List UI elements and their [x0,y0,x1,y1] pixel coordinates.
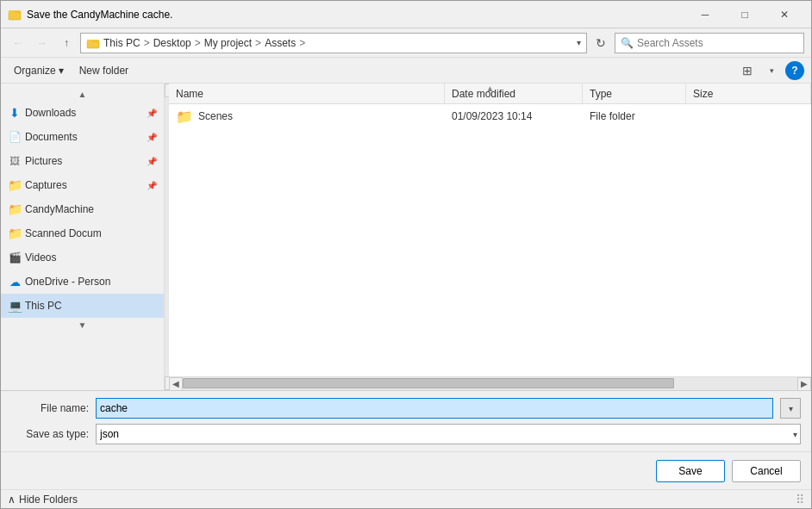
view-button[interactable]: ⊞ [737,60,758,81]
sidebar-item-thispc-label: This PC [25,300,62,312]
maximize-button[interactable]: □ [725,1,765,28]
dialog-title: Save the CandyMachine cache. [27,9,685,21]
sidebar-item-scanneddocs[interactable]: 📁 Scanned Docum [1,221,164,245]
filename-input[interactable] [96,398,773,419]
navigation-toolbar: ← → ↑ This PC > Desktop > My project > A… [1,28,811,58]
col-header-date[interactable]: Date modified [445,84,583,103]
breadcrumb-assets[interactable]: Assets [265,37,296,49]
hide-folders-chevron-icon: ∧ [8,493,16,506]
col-header-size[interactable]: Size [686,84,811,103]
close-button[interactable]: ✕ [765,1,804,28]
file-list-header: ▲ Name Date modified Type Size [169,84,811,104]
grid-view-icon: ⊞ [742,64,753,78]
sidebar-item-captures-label: Captures [25,179,67,191]
sidebar-item-pictures[interactable]: 🖼 Pictures 📌 [1,149,164,173]
h-scroll-track[interactable] [183,377,797,391]
save-button[interactable]: Save [656,460,725,482]
new-folder-button[interactable]: New folder [73,61,134,80]
breadcrumb-this-pc[interactable]: This PC [103,37,141,49]
hide-folders-label: Hide Folders [19,493,78,506]
resize-handle[interactable]: ⠿ [796,493,804,506]
organize-label: Organize [14,65,56,77]
forward-button[interactable]: → [32,33,53,53]
this-pc-icon: 💻 [8,299,22,313]
sidebar-item-videos-label: Videos [25,251,56,264]
sidebar-scroll-up[interactable]: ▲ [1,87,164,101]
h-scroll-left-btn[interactable]: ◀ [169,377,183,391]
bottom-buttons: Save Cancel [1,451,811,489]
search-box[interactable]: 🔍 [615,33,804,53]
sidebar-item-pictures-label: Pictures [25,155,62,167]
pin-icon-pictures: 📌 [147,157,157,166]
candymachine-icon: 📁 [8,202,22,216]
pin-icon-documents: 📌 [147,133,157,142]
svg-rect-2 [9,10,15,13]
saveastype-select-wrapper: json ▾ [96,424,801,444]
svg-rect-5 [87,40,92,42]
sidebar-item-videos[interactable]: 🎬 Videos [1,245,164,270]
table-row[interactable]: 📁 Scenes 01/09/2023 10:14 File folder [169,104,811,128]
h-scroll-thumb [183,378,674,388]
save-dialog: Save the CandyMachine cache. ─ □ ✕ ← → ↑… [0,0,812,509]
filename-dropdown-button[interactable]: ▾ [780,398,801,419]
address-bar[interactable]: This PC > Desktop > My project > Assets … [80,33,587,53]
captures-icon: 📁 [8,178,22,192]
sidebar: ▲ ⬇ Downloads 📌 📄 Documents 📌 🖼 Pictures [1,84,165,390]
svg-rect-4 [87,41,99,48]
sidebar-item-scanneddocs-label: Scanned Docum [25,227,102,239]
title-bar: Save the CandyMachine cache. ─ □ ✕ [1,1,811,28]
filename-row: File name: ▾ [11,398,801,419]
documents-icon: 📄 [8,130,22,144]
downloads-icon: ⬇ [8,106,22,120]
sidebar-item-downloads-label: Downloads [25,107,76,119]
sidebar-item-candymachine-label: CandyMachine [25,203,94,215]
sidebar-item-documents-label: Documents [25,131,78,143]
filename-label: File name: [11,402,89,414]
view-dropdown-button[interactable]: ▾ [761,60,782,81]
col-header-name[interactable]: Name [169,84,445,103]
pictures-icon: 🖼 [8,154,22,168]
horizontal-scrollbar: ◀ ▶ [169,376,811,390]
cancel-button[interactable]: Cancel [732,460,801,482]
bottom-footer: ∧ Hide Folders ⠿ [1,489,811,508]
sidebar-item-documents[interactable]: 📄 Documents 📌 [1,125,164,149]
search-input[interactable] [637,37,798,49]
search-icon: 🔍 [621,37,634,49]
minimize-button[interactable]: ─ [685,1,725,28]
sidebar-item-thispc[interactable]: 💻 This PC [1,294,164,318]
file-type-cell: File folder [583,110,686,122]
file-date-cell: 01/09/2023 10:14 [445,110,583,122]
sidebar-scroll-down[interactable]: ▼ [1,318,164,332]
organize-button[interactable]: Organize ▾ [8,61,70,80]
hide-folders-button[interactable]: ∧ Hide Folders [8,493,78,506]
h-scroll-right-btn[interactable]: ▶ [797,377,811,391]
file-name-label: Scenes [198,110,233,122]
videos-icon: 🎬 [8,251,22,264]
saveastype-select[interactable]: json [96,424,801,444]
content-area: ▲ ⬇ Downloads 📌 📄 Documents 📌 🖼 Pictures [1,84,811,390]
refresh-button[interactable]: ↻ [590,33,611,53]
file-list-pane: ▲ Name Date modified Type Size 📁 Scenes … [169,84,811,390]
organize-chevron-icon: ▾ [59,65,64,77]
sidebar-item-captures[interactable]: 📁 Captures 📌 [1,173,164,197]
sidebar-item-candymachine[interactable]: 📁 CandyMachine [1,197,164,221]
file-list-content: 📁 Scenes 01/09/2023 10:14 File folder [169,104,811,376]
help-button[interactable]: ? [785,61,804,80]
sidebar-item-downloads[interactable]: ⬇ Downloads 📌 [1,101,164,125]
sort-arrow: ▲ [486,84,495,94]
sidebar-item-onedrive[interactable]: ☁ OneDrive - Person [1,270,164,294]
pin-icon-captures: 📌 [147,181,157,190]
saveastype-row: Save as type: json ▾ [11,424,801,444]
breadcrumb-desktop[interactable]: Desktop [153,37,191,49]
file-name-cell: 📁 Scenes [169,109,445,125]
col-header-type[interactable]: Type [583,84,686,103]
saveastype-label: Save as type: [11,428,89,440]
action-bar-right: ⊞ ▾ ? [737,60,804,81]
folder-location-icon [86,36,100,50]
up-button[interactable]: ↑ [56,33,77,53]
breadcrumb-myproject[interactable]: My project [204,37,252,49]
window-controls: ─ □ ✕ [685,1,804,28]
pin-icon-downloads: 📌 [147,109,157,118]
back-button[interactable]: ← [8,33,28,53]
address-dropdown-button[interactable]: ▾ [577,38,581,47]
